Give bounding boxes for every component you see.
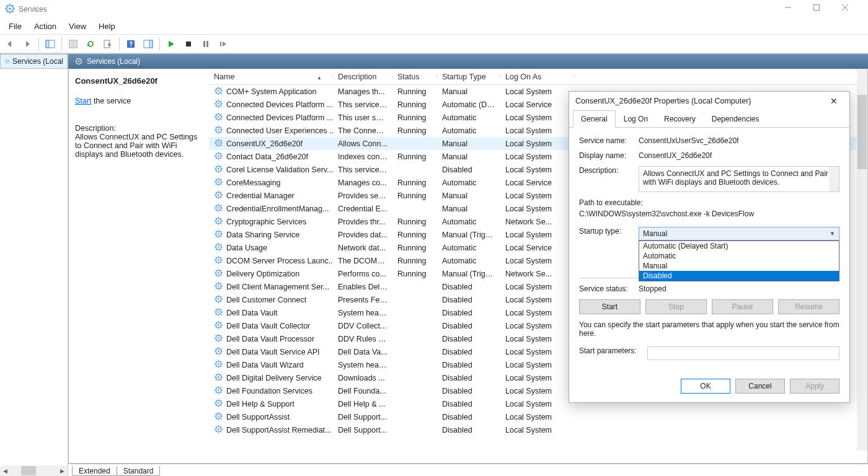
svg-point-60 xyxy=(218,311,219,313)
svg-point-24 xyxy=(78,61,80,63)
show-hide-action-button[interactable] xyxy=(141,37,156,51)
service-startup: Manual xyxy=(437,192,500,200)
menu-file[interactable]: File xyxy=(2,19,28,33)
tab-recovery[interactable]: Recovery xyxy=(656,110,704,127)
svg-point-42 xyxy=(218,194,219,196)
service-desc: Manages th... xyxy=(333,87,392,96)
option-automatic[interactable]: Automatic xyxy=(639,251,839,261)
col-name[interactable]: Name▲ xyxy=(209,73,333,81)
dialog-footer: OK Cancel Apply xyxy=(569,372,849,402)
value-description[interactable]: Allows ConnectUX and PC Settings to Conn… xyxy=(639,166,839,192)
gear-icon xyxy=(214,86,223,97)
option-disabled[interactable]: Disabled xyxy=(639,271,839,281)
tab-general[interactable]: General xyxy=(573,110,616,128)
svg-point-30 xyxy=(218,116,219,118)
service-name: Dell Customer Connect xyxy=(226,296,306,304)
tab-logon[interactable]: Log On xyxy=(616,110,656,127)
apply-button[interactable]: Apply xyxy=(790,379,839,394)
service-name: Dell Client Management Ser... xyxy=(226,283,329,291)
tab-extended[interactable]: Extended xyxy=(72,466,117,476)
menu-action[interactable]: Action xyxy=(28,19,63,33)
tree-item-label: Services (Local xyxy=(12,57,63,66)
col-status[interactable]: Status xyxy=(392,73,437,81)
service-logon: Network Se... xyxy=(500,270,575,278)
service-status: Running xyxy=(392,113,437,122)
restart-service-button[interactable] xyxy=(216,37,231,51)
tab-dependencies[interactable]: Dependencies xyxy=(704,110,768,127)
svg-point-46 xyxy=(218,220,219,222)
tree-item-services-local[interactable]: Services (Local xyxy=(0,54,68,69)
service-logon: Local System xyxy=(500,296,575,304)
back-button[interactable] xyxy=(2,37,17,51)
col-startup[interactable]: Startup Type xyxy=(437,73,500,81)
service-desc: Performs co... xyxy=(333,270,392,278)
service-startup: Automatic (De... xyxy=(437,100,500,109)
service-startup: Disabled xyxy=(437,413,500,421)
service-row[interactable]: Dell SupportAssistDell Support...Disable… xyxy=(209,410,867,423)
service-startup: Disabled xyxy=(437,374,500,382)
separator xyxy=(119,37,120,51)
pause-service-button[interactable] xyxy=(198,37,213,51)
gear-icon xyxy=(214,164,223,175)
start-button[interactable]: Start xyxy=(579,299,640,314)
service-logon: Local System xyxy=(500,139,575,148)
pause-button[interactable]: Pause xyxy=(712,299,773,314)
service-logon: Local System xyxy=(500,335,575,343)
gear-icon xyxy=(214,268,223,280)
resume-button[interactable]: Resume xyxy=(778,299,839,314)
cancel-button[interactable]: Cancel xyxy=(735,379,785,394)
menu-view[interactable]: View xyxy=(63,19,92,33)
service-desc: Dell Data Va... xyxy=(333,348,392,356)
service-desc: Provides sec... xyxy=(333,192,392,200)
maximize-button[interactable] xyxy=(806,0,835,19)
vertical-scrollbar[interactable] xyxy=(857,69,867,451)
col-logon[interactable]: Log On As xyxy=(500,73,575,81)
show-hide-tree-button[interactable] xyxy=(43,37,58,51)
service-logon: Local System xyxy=(500,387,575,395)
svg-point-48 xyxy=(218,233,219,235)
service-desc: DDV Collect... xyxy=(333,322,392,330)
svg-point-68 xyxy=(218,363,219,365)
stop-button[interactable]: Stop xyxy=(645,299,707,314)
dialog-titlebar[interactable]: ConsentUX_26d6e20f Properties (Local Com… xyxy=(569,92,849,110)
menu-help[interactable]: Help xyxy=(92,19,122,33)
close-button[interactable] xyxy=(835,0,863,19)
start-params-hint: You can specify the start parameters tha… xyxy=(579,320,839,338)
service-status: Running xyxy=(392,87,437,96)
minimize-button[interactable] xyxy=(777,0,806,19)
start-service-link[interactable]: Start xyxy=(75,97,91,105)
start-params-input[interactable] xyxy=(647,346,839,360)
service-startup: Manual xyxy=(437,205,500,213)
service-name: DCOM Server Process Launc... xyxy=(226,257,333,265)
gear-icon xyxy=(214,281,223,293)
stop-service-button[interactable] xyxy=(181,37,196,51)
selected-service-name: ConsentUX_26d6e20f xyxy=(75,76,203,86)
gear-icon xyxy=(214,203,223,214)
separator xyxy=(159,37,160,51)
forward-button[interactable] xyxy=(20,37,35,51)
service-name: Cryptographic Services xyxy=(226,218,306,226)
properties-button[interactable] xyxy=(66,37,81,51)
service-logon: Local System xyxy=(500,400,575,408)
option-manual[interactable]: Manual xyxy=(639,261,839,271)
refresh-button[interactable] xyxy=(83,37,98,51)
service-status: Running xyxy=(392,231,437,239)
startup-type-select[interactable]: Manual ▼ xyxy=(639,227,839,240)
start-service-button[interactable] xyxy=(164,37,179,51)
tab-standard[interactable]: Standard xyxy=(117,466,161,476)
service-logon: Local System xyxy=(500,152,575,161)
service-status: Running xyxy=(392,178,437,187)
dialog-close-button[interactable]: ✕ xyxy=(825,96,843,106)
option-auto-delayed[interactable]: Automatic (Delayed Start) xyxy=(639,241,839,251)
svg-rect-20 xyxy=(220,42,221,46)
service-row[interactable]: Dell SupportAssist Remediat...Dell Suppo… xyxy=(209,423,867,436)
col-description[interactable]: Description xyxy=(333,73,392,81)
svg-point-1 xyxy=(9,7,11,10)
tree-hscroll[interactable]: ◀▶ xyxy=(0,465,68,476)
console-tree[interactable]: Services (Local ◀▶ xyxy=(0,54,68,476)
service-name: Dell SupportAssist xyxy=(226,413,290,421)
ok-button[interactable]: OK xyxy=(681,379,730,394)
help-button[interactable]: ? xyxy=(123,37,138,51)
export-button[interactable] xyxy=(100,37,115,51)
service-startup: Automatic xyxy=(437,218,500,226)
